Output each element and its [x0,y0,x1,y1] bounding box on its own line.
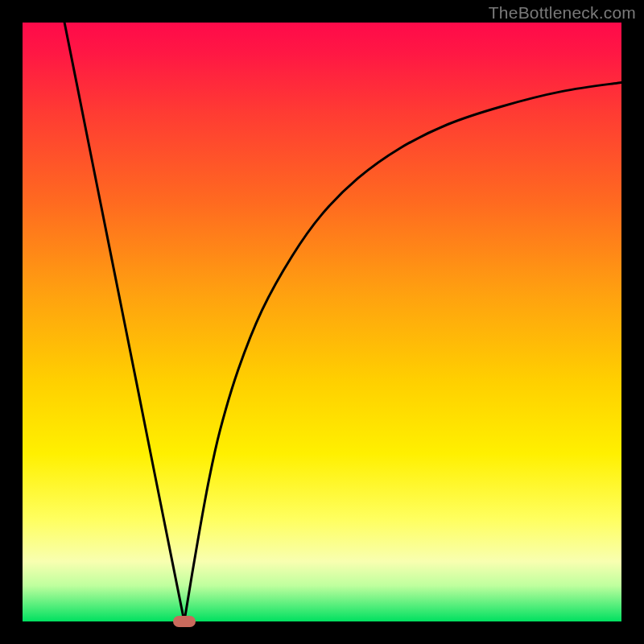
plot-area [23,23,621,621]
optimum-marker [173,616,196,627]
watermark-text: TheBottleneck.com [489,3,636,23]
curve-path [64,23,621,621]
curve-svg [23,23,621,621]
chart-frame: TheBottleneck.com [0,0,644,644]
